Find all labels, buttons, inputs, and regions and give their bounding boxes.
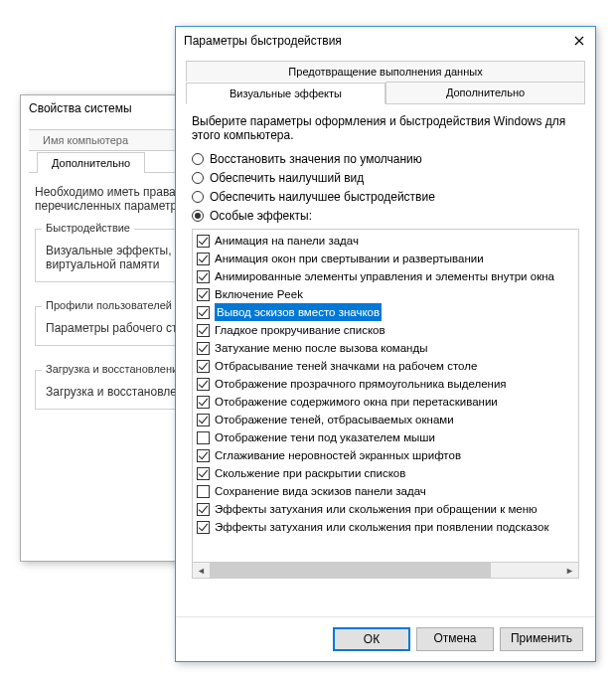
effect-label: Эффекты затухания или скольжения при поя… [215,518,548,536]
effect-label: Отображение теней, отбрасываемых окнами [215,411,454,428]
front-titlebar: Параметры быстродействия [176,27,595,55]
radio-icon [192,172,204,184]
effect-item[interactable]: Вывод эскизов вместо значков [195,303,576,321]
effects-horizontal-scrollbar[interactable]: ◄ ► [192,562,579,579]
effect-label: Анимация на панели задач [215,232,359,250]
scroll-track[interactable] [210,563,561,578]
effect-item[interactable]: Эффекты затухания или скольжения при обр… [195,500,576,518]
tab-dep[interactable]: Предотвращение выполнения данных [186,61,585,82]
effect-item[interactable]: Отбрасывание теней значками на рабочем с… [195,357,576,375]
radio-icon [192,210,204,222]
radio-label: Обеспечить наилучший вид [210,171,364,185]
scroll-left-icon[interactable]: ◄ [193,563,210,578]
effect-checkbox[interactable] [197,342,210,355]
effect-checkbox[interactable] [197,360,210,373]
effect-label: Сглаживание неровностей экранных шрифтов [215,446,461,464]
effect-item[interactable]: Затухание меню после вызова команды [195,339,576,357]
effect-checkbox[interactable] [197,449,210,462]
effect-checkbox[interactable] [197,324,210,337]
tab-advanced[interactable]: Дополнительно [385,82,585,103]
effect-item[interactable]: Анимированные элементы управления и элем… [195,267,576,285]
scroll-thumb[interactable] [210,563,491,578]
effect-item[interactable]: Отображение тени под указателем мыши [195,428,576,446]
groupbox-performance-legend: Быстродействие [42,222,134,234]
groupbox-profiles-legend: Профили пользователей [42,299,176,311]
effect-item[interactable]: Скольжение при раскрытии списков [195,464,576,482]
effect-item[interactable]: Анимация окон при свертывании и разверты… [195,250,576,267]
effect-checkbox[interactable] [197,288,210,301]
effect-item[interactable]: Сохранение вида эскизов панели задач [195,482,576,500]
effect-label: Скольжение при раскрытии списков [215,464,405,482]
effect-item[interactable]: Сглаживание неровностей экранных шрифтов [195,446,576,464]
effect-label: Вывод эскизов вместо значков [215,303,382,321]
tab-advanced-back[interactable]: Дополнительно [37,152,145,173]
effects-list[interactable]: Анимация на панели задачАнимация окон пр… [192,229,579,563]
effect-checkbox[interactable] [197,485,210,498]
effect-checkbox[interactable] [197,306,210,319]
apply-button[interactable]: Применить [500,627,583,651]
effect-label: Отбрасывание теней значками на рабочем с… [215,357,477,375]
effect-checkbox[interactable] [197,431,210,444]
cancel-button[interactable]: Отмена [416,627,494,651]
close-button[interactable] [571,33,587,49]
effect-checkbox[interactable] [197,521,210,534]
intro-text: Выберите параметры оформления и быстроде… [192,114,579,142]
effect-checkbox[interactable] [197,467,210,480]
radio-icon [192,191,204,203]
effect-label: Гладкое прокручивание списков [215,321,385,339]
radio-label: Особые эффекты: [210,209,312,223]
radio-restore-defaults[interactable]: Восстановить значения по умолчанию [192,152,579,166]
scroll-right-icon[interactable]: ► [561,563,578,578]
effect-checkbox[interactable] [197,396,210,409]
effect-label: Отображение содержимого окна при перетас… [215,393,498,411]
front-title: Параметры быстродействия [184,34,342,48]
effect-item[interactable]: Эффекты затухания или скольжения при поя… [195,518,576,536]
effect-checkbox[interactable] [197,414,210,426]
effect-item[interactable]: Отображение теней, отбрасываемых окнами [195,411,576,428]
ok-button[interactable]: ОК [333,627,410,651]
radio-best-appearance[interactable]: Обеспечить наилучший вид [192,171,579,185]
radio-icon [192,153,204,165]
effect-label: Затухание меню после вызова команды [215,339,427,357]
back-title: Свойства системы [29,101,132,115]
radio-best-performance[interactable]: Обеспечить наилучшее быстродействие [192,190,579,204]
effect-item[interactable]: Отображение прозрачного прямоугольника в… [195,375,576,393]
effect-checkbox[interactable] [197,270,210,283]
radio-label: Восстановить значения по умолчанию [210,152,422,166]
effect-checkbox[interactable] [197,378,210,391]
tab-visual-effects[interactable]: Визуальные эффекты [186,83,385,104]
effect-checkbox[interactable] [197,235,210,248]
effect-item[interactable]: Анимация на панели задач [195,232,576,250]
effect-checkbox[interactable] [197,253,210,265]
performance-options-window: Параметры быстродействия Предотвращение … [175,26,596,662]
radio-label: Обеспечить наилучшее быстродействие [210,190,435,204]
effect-item[interactable]: Отображение содержимого окна при перетас… [195,393,576,411]
effect-checkbox[interactable] [197,503,210,516]
effect-item[interactable]: Гладкое прокручивание списков [195,321,576,339]
effect-label: Эффекты затухания или скольжения при обр… [215,500,538,518]
close-icon [574,36,584,46]
effect-label: Анимация окон при свертывании и разверты… [215,250,484,267]
effect-label: Анимированные элементы управления и элем… [215,267,554,285]
groupbox-startup-legend: Загрузка и восстановление [42,363,188,375]
radio-custom[interactable]: Особые эффекты: [192,209,579,223]
effect-label: Отображение тени под указателем мыши [215,428,435,446]
front-tabstrip: Предотвращение выполнения данных Визуаль… [186,61,585,104]
effect-label: Сохранение вида эскизов панели задач [215,482,426,500]
effect-item[interactable]: Включение Peek [195,285,576,303]
dialog-buttons: ОК Отмена Применить [176,616,595,661]
front-body: Выберите параметры оформления и быстроде… [176,104,595,587]
effect-label: Включение Peek [215,285,303,303]
effect-label: Отображение прозрачного прямоугольника в… [215,375,507,393]
